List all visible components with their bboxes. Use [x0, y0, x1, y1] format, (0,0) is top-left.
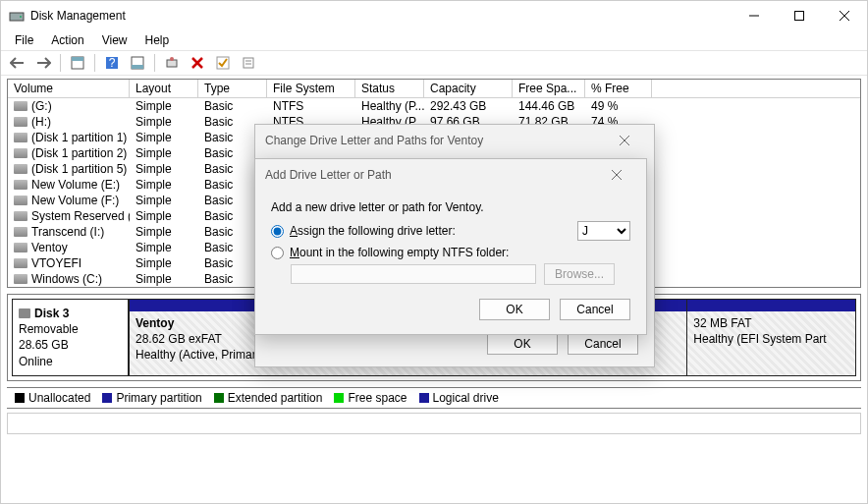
cell: (Disk 1 partition 5)	[8, 161, 130, 177]
column-header[interactable]: % Free	[585, 80, 652, 97]
svg-point-13	[170, 57, 174, 61]
cell: 144.46 GB	[513, 98, 585, 114]
maximize-button[interactable]	[777, 1, 822, 30]
volume-icon	[14, 180, 27, 190]
column-header[interactable]: Status	[355, 80, 424, 97]
legend-item: Free space	[334, 391, 407, 405]
ok-button[interactable]: OK	[487, 333, 558, 355]
settings-icon[interactable]	[161, 52, 183, 74]
add-drive-letter-dialog: Add Drive Letter or Path Add a new drive…	[254, 158, 647, 335]
cell: Windows (C:)	[8, 271, 130, 287]
legend: UnallocatedPrimary partitionExtended par…	[7, 387, 861, 409]
assign-letter-radio[interactable]	[271, 225, 284, 238]
minimize-button[interactable]	[732, 1, 777, 30]
menubar: File Action View Help	[1, 30, 867, 50]
dialog-close-icon[interactable]	[605, 127, 644, 154]
delete-icon[interactable]	[187, 52, 208, 74]
volume-icon	[14, 164, 27, 174]
statusbar	[7, 413, 861, 434]
close-button[interactable]	[822, 1, 867, 30]
ok-button[interactable]: OK	[479, 299, 550, 320]
legend-item: Unallocated	[15, 391, 90, 405]
volume-icon	[14, 196, 27, 205]
volume-row[interactable]: (G:)SimpleBasicNTFSHealthy (P...292.43 G…	[8, 98, 860, 114]
volume-list-header: VolumeLayoutTypeFile SystemStatusCapacit…	[8, 80, 860, 98]
volume-icon	[14, 133, 27, 142]
column-header[interactable]: Volume	[8, 80, 130, 97]
volume-icon	[14, 243, 27, 252]
cell: NTFS	[267, 98, 355, 114]
view-top-icon[interactable]	[67, 52, 88, 74]
svg-text:?: ?	[109, 56, 116, 70]
column-header[interactable]: File System	[267, 80, 355, 97]
menu-file[interactable]: File	[7, 31, 41, 49]
svg-rect-12	[167, 60, 177, 67]
cell: 292.43 GB	[424, 98, 513, 114]
disk-header[interactable]: Disk 3 Removable 28.65 GB Online	[13, 300, 129, 375]
svg-rect-7	[72, 57, 83, 61]
cell: Simple	[130, 161, 198, 177]
column-header[interactable]: Layout	[130, 80, 198, 97]
cell: Simple	[130, 224, 198, 240]
svg-point-1	[20, 16, 22, 18]
window-title: Disk Management	[30, 9, 732, 23]
cell: Simple	[130, 193, 198, 208]
dialog-title: Change Drive Letter and Paths for Ventoy	[265, 134, 483, 147]
legend-item: Extended partition	[214, 391, 323, 405]
svg-rect-11	[132, 65, 143, 69]
cancel-button[interactable]: Cancel	[560, 299, 630, 320]
cell: Simple	[130, 208, 198, 224]
mount-folder-radio[interactable]	[271, 247, 284, 259]
cell: Simple	[130, 271, 198, 287]
view-bottom-icon[interactable]	[127, 52, 148, 74]
cell: New Volume (E:)	[8, 177, 130, 193]
dialog-title: Add Drive Letter or Path	[265, 168, 392, 182]
toolbar: ?	[1, 50, 867, 76]
cell: Simple	[130, 98, 198, 114]
cell: Basic	[198, 98, 267, 114]
menu-help[interactable]: Help	[137, 31, 178, 49]
cancel-button[interactable]: Cancel	[568, 333, 638, 355]
legend-item: Logical drive	[419, 391, 499, 405]
dialog-intro: Add a new drive letter or path for Vento…	[271, 200, 630, 214]
volume-icon	[14, 211, 27, 221]
titlebar: Disk Management	[1, 1, 867, 30]
mount-path-input	[291, 264, 536, 284]
forward-button[interactable]	[32, 52, 54, 74]
check-icon[interactable]	[212, 52, 234, 74]
column-header[interactable]: Free Spa...	[513, 80, 585, 97]
cell: Simple	[130, 145, 198, 161]
partition[interactable]: 32 MB FATHealthy (EFI System Part	[686, 300, 855, 375]
help-icon[interactable]: ?	[101, 52, 123, 74]
drive-letter-select[interactable]: J	[577, 221, 630, 241]
disk-management-window: Disk Management File Action View Help ? …	[0, 0, 868, 504]
cell: Simple	[130, 255, 198, 271]
volume-icon	[14, 117, 27, 127]
volume-icon	[14, 274, 27, 284]
cell: New Volume (F:)	[8, 193, 130, 208]
properties-icon[interactable]	[238, 52, 259, 74]
back-button[interactable]	[7, 52, 28, 74]
cell: Simple	[130, 177, 198, 193]
column-header[interactable]: Capacity	[424, 80, 513, 97]
cell: Ventoy	[8, 240, 130, 255]
volume-icon	[14, 258, 27, 268]
browse-button: Browse...	[544, 263, 615, 285]
cell: Healthy (P...	[355, 98, 424, 114]
cell: Simple	[130, 240, 198, 255]
cell: VTOYEFI	[8, 255, 130, 271]
svg-rect-17	[244, 58, 253, 68]
cell: (H:)	[8, 114, 130, 130]
column-header[interactable]: Type	[198, 80, 267, 97]
volume-icon	[14, 101, 27, 111]
dialog-close-icon[interactable]	[597, 161, 636, 189]
cell: (Disk 1 partition 1)	[8, 130, 130, 145]
svg-rect-3	[795, 12, 804, 21]
volume-icon	[14, 148, 27, 158]
cell: Simple	[130, 114, 198, 130]
menu-view[interactable]: View	[94, 31, 136, 49]
cell: (Disk 1 partition 2)	[8, 145, 130, 161]
volume-icon	[14, 227, 27, 237]
menu-action[interactable]: Action	[43, 31, 91, 49]
legend-item: Primary partition	[102, 391, 201, 405]
